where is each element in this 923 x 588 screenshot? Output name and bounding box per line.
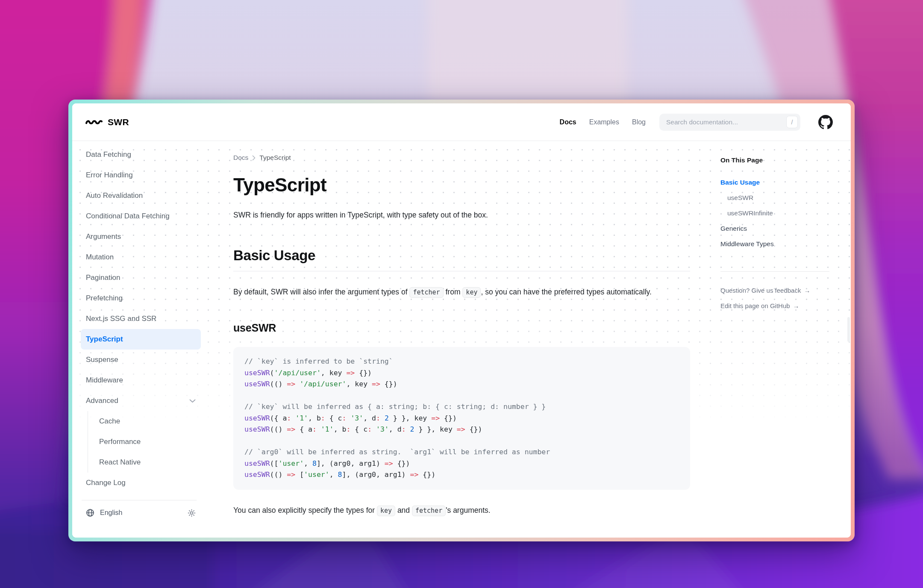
sidebar-item-nextjs-ssg-ssr[interactable]: Next.js SSG and SSR bbox=[81, 309, 201, 329]
heading-useswr: useSWR bbox=[233, 322, 690, 334]
sidebar-item-performance[interactable]: Performance bbox=[94, 432, 201, 452]
sidebar-item-pagination[interactable]: Pagination bbox=[81, 268, 201, 288]
sidebar-item-data-fetching[interactable]: Data Fetching bbox=[81, 144, 201, 165]
browser-window: SWR Docs Examples Blog / bbox=[68, 100, 855, 541]
sidebar-item-advanced[interactable]: Advanced bbox=[81, 391, 201, 411]
swr-logo[interactable]: SWR bbox=[85, 117, 129, 127]
sidebar-item-mutation[interactable]: Mutation bbox=[81, 247, 201, 268]
intro-paragraph: SWR is friendly for apps written in Type… bbox=[233, 209, 690, 221]
content-area: Data Fetching Error Handling Auto Revali… bbox=[72, 141, 851, 538]
sidebar: Data Fetching Error Handling Auto Revali… bbox=[72, 141, 205, 538]
sun-icon bbox=[188, 509, 196, 517]
sidebar-item-arguments[interactable]: Arguments bbox=[81, 226, 201, 247]
search-input[interactable] bbox=[666, 118, 786, 126]
main-content: Docs TypeScript TypeScript SWR is friend… bbox=[205, 141, 705, 538]
nav-link-examples[interactable]: Examples bbox=[589, 118, 619, 126]
swr-docs-page: SWR Docs Examples Blog / bbox=[72, 103, 851, 538]
header-nav: Docs Examples Blog / bbox=[560, 114, 833, 131]
arrow-right-icon: → bbox=[804, 283, 810, 298]
toc-link-middleware-types[interactable]: Middleware Types bbox=[720, 236, 842, 252]
toc-sidebar: On This Page Basic Usage useSWR useSWRIn… bbox=[705, 141, 851, 538]
toc-link-generics[interactable]: Generics bbox=[720, 221, 842, 236]
github-icon bbox=[818, 115, 833, 129]
sidebar-item-label: Advanced bbox=[86, 397, 118, 405]
breadcrumb: Docs TypeScript bbox=[233, 154, 690, 162]
sidebar-advanced-children: Cache Performance React Native bbox=[88, 411, 201, 473]
toc-link-useswr[interactable]: useSWR bbox=[720, 190, 842, 206]
toc-divider bbox=[720, 271, 829, 272]
chevron-down-icon bbox=[189, 399, 196, 403]
sidebar-item-typescript[interactable]: TypeScript bbox=[81, 329, 201, 350]
search-box[interactable]: / bbox=[659, 114, 800, 131]
inline-code-key2: key bbox=[377, 506, 395, 516]
heading-basic-usage: Basic Usage bbox=[233, 247, 690, 271]
nav-link-blog[interactable]: Blog bbox=[632, 118, 646, 126]
toc-heading: On This Page bbox=[720, 156, 842, 164]
github-link[interactable] bbox=[818, 115, 833, 129]
site-header: SWR Docs Examples Blog / bbox=[72, 103, 851, 141]
code-block[interactable]: // `key` is inferred to be `string`useSW… bbox=[233, 347, 690, 490]
inline-code-fetcher: fetcher bbox=[409, 287, 443, 298]
basic-usage-paragraph: By default, SWR will also infer the argu… bbox=[233, 284, 669, 300]
sidebar-item-conditional-data-fetching[interactable]: Conditional Data Fetching bbox=[81, 206, 201, 226]
sidebar-item-middleware[interactable]: Middleware bbox=[81, 370, 201, 391]
arrow-right-icon: → bbox=[793, 298, 800, 314]
sidebar-item-change-log[interactable]: Change Log bbox=[81, 473, 201, 493]
sidebar-footer: English bbox=[81, 500, 201, 525]
swr-wave-icon bbox=[85, 118, 103, 126]
theme-toggle[interactable] bbox=[188, 509, 196, 517]
language-selector[interactable]: English bbox=[100, 509, 122, 517]
toc-link-basic-usage[interactable]: Basic Usage bbox=[720, 175, 842, 190]
logo-text: SWR bbox=[108, 117, 129, 127]
chevron-right-icon bbox=[252, 155, 256, 161]
breadcrumb-docs[interactable]: Docs bbox=[233, 154, 248, 162]
sidebar-item-prefetching[interactable]: Prefetching bbox=[81, 288, 201, 309]
outro-paragraph: You can also explicitly specify the type… bbox=[233, 503, 690, 519]
breadcrumb-current: TypeScript bbox=[259, 154, 291, 162]
page-title: TypeScript bbox=[233, 173, 690, 197]
sidebar-item-react-native[interactable]: React Native bbox=[94, 452, 201, 473]
sidebar-item-cache[interactable]: Cache bbox=[94, 411, 201, 432]
feedback-link[interactable]: Question? Give us feedback→ bbox=[720, 283, 842, 298]
toc-link-useswrinfinite[interactable]: useSWRInfinite bbox=[720, 206, 842, 221]
sidebar-item-suspense[interactable]: Suspense bbox=[81, 350, 201, 370]
nav-link-docs[interactable]: Docs bbox=[560, 118, 576, 126]
globe-icon[interactable] bbox=[86, 509, 94, 517]
toc-footer-links: Question? Give us feedback→ Edit this pa… bbox=[720, 283, 842, 314]
inline-code-fetcher2: fetcher bbox=[412, 506, 446, 516]
sidebar-item-error-handling[interactable]: Error Handling bbox=[81, 165, 201, 185]
slash-shortcut-kbd: / bbox=[786, 116, 798, 128]
inline-code-key: key bbox=[462, 287, 481, 298]
sidebar-item-auto-revalidation[interactable]: Auto Revalidation bbox=[81, 185, 201, 206]
edit-page-link[interactable]: Edit this page on GitHub→ bbox=[720, 298, 842, 314]
scrollbar-thumb[interactable] bbox=[847, 317, 850, 342]
